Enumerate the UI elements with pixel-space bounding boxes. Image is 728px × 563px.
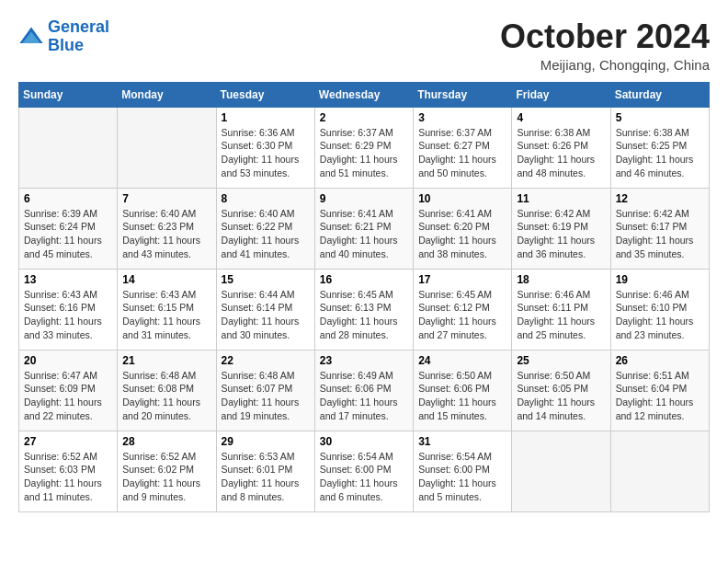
day-number: 15 xyxy=(222,273,310,286)
day-number: 2 xyxy=(320,111,408,124)
day-cell: 18Sunrise: 6:46 AMSunset: 6:11 PMDayligh… xyxy=(512,269,610,350)
day-number: 14 xyxy=(122,273,210,286)
day-info: Sunrise: 6:50 AMSunset: 6:05 PMDaylight:… xyxy=(517,369,605,423)
day-info: Sunrise: 6:52 AMSunset: 6:02 PMDaylight:… xyxy=(122,450,210,504)
day-number: 3 xyxy=(418,111,506,124)
day-cell: 17Sunrise: 6:45 AMSunset: 6:12 PMDayligh… xyxy=(414,269,512,350)
logo-text: General Blue xyxy=(48,18,109,55)
day-cell: 29Sunrise: 6:53 AMSunset: 6:01 PMDayligh… xyxy=(216,431,314,511)
day-number: 18 xyxy=(517,273,605,286)
day-cell: 4Sunrise: 6:38 AMSunset: 6:26 PMDaylight… xyxy=(512,107,610,188)
day-info: Sunrise: 6:37 AMSunset: 6:27 PMDaylight:… xyxy=(418,126,506,180)
week-row-4: 20Sunrise: 6:47 AMSunset: 6:09 PMDayligh… xyxy=(19,350,710,431)
header-cell-friday: Friday xyxy=(512,82,610,107)
day-number: 4 xyxy=(517,111,605,124)
day-number: 11 xyxy=(517,192,605,205)
day-number: 29 xyxy=(222,435,310,448)
day-cell: 28Sunrise: 6:52 AMSunset: 6:02 PMDayligh… xyxy=(118,431,216,511)
day-number: 23 xyxy=(320,354,408,367)
day-number: 27 xyxy=(24,435,112,448)
day-info: Sunrise: 6:54 AMSunset: 6:00 PMDaylight:… xyxy=(418,450,506,504)
week-row-1: 1Sunrise: 6:36 AMSunset: 6:30 PMDaylight… xyxy=(19,107,710,188)
day-number: 20 xyxy=(24,354,112,367)
day-cell: 10Sunrise: 6:41 AMSunset: 6:20 PMDayligh… xyxy=(414,188,512,269)
day-cell: 8Sunrise: 6:40 AMSunset: 6:22 PMDaylight… xyxy=(216,188,314,269)
header-cell-thursday: Thursday xyxy=(414,82,512,107)
day-number: 10 xyxy=(418,192,506,205)
day-cell: 30Sunrise: 6:54 AMSunset: 6:00 PMDayligh… xyxy=(314,431,413,511)
day-cell xyxy=(512,431,610,511)
day-cell: 5Sunrise: 6:38 AMSunset: 6:25 PMDaylight… xyxy=(610,107,709,188)
day-cell: 27Sunrise: 6:52 AMSunset: 6:03 PMDayligh… xyxy=(19,431,118,511)
day-cell: 12Sunrise: 6:42 AMSunset: 6:17 PMDayligh… xyxy=(610,188,709,269)
day-cell: 1Sunrise: 6:36 AMSunset: 6:30 PMDaylight… xyxy=(216,107,314,188)
day-cell: 26Sunrise: 6:51 AMSunset: 6:04 PMDayligh… xyxy=(610,350,709,431)
day-info: Sunrise: 6:51 AMSunset: 6:04 PMDaylight:… xyxy=(616,369,704,423)
day-info: Sunrise: 6:47 AMSunset: 6:09 PMDaylight:… xyxy=(24,369,112,423)
day-cell xyxy=(118,107,216,188)
day-info: Sunrise: 6:39 AMSunset: 6:24 PMDaylight:… xyxy=(24,207,112,261)
day-info: Sunrise: 6:38 AMSunset: 6:26 PMDaylight:… xyxy=(517,126,605,180)
day-cell: 3Sunrise: 6:37 AMSunset: 6:27 PMDaylight… xyxy=(414,107,512,188)
header-cell-wednesday: Wednesday xyxy=(314,82,413,107)
header-cell-monday: Monday xyxy=(118,82,216,107)
header-cell-sunday: Sunday xyxy=(19,82,118,107)
day-number: 17 xyxy=(418,273,506,286)
day-info: Sunrise: 6:45 AMSunset: 6:13 PMDaylight:… xyxy=(320,288,408,342)
day-info: Sunrise: 6:52 AMSunset: 6:03 PMDaylight:… xyxy=(24,450,112,504)
location: Meijiang, Chongqing, China xyxy=(500,57,710,73)
day-info: Sunrise: 6:49 AMSunset: 6:06 PMDaylight:… xyxy=(320,369,408,423)
logo: General Blue xyxy=(18,18,109,55)
day-number: 13 xyxy=(24,273,112,286)
day-info: Sunrise: 6:50 AMSunset: 6:06 PMDaylight:… xyxy=(418,369,506,423)
day-number: 28 xyxy=(122,435,210,448)
day-info: Sunrise: 6:48 AMSunset: 6:08 PMDaylight:… xyxy=(122,369,210,423)
day-info: Sunrise: 6:46 AMSunset: 6:10 PMDaylight:… xyxy=(616,288,704,342)
day-number: 5 xyxy=(616,111,704,124)
day-cell: 7Sunrise: 6:40 AMSunset: 6:23 PMDaylight… xyxy=(118,188,216,269)
day-info: Sunrise: 6:46 AMSunset: 6:11 PMDaylight:… xyxy=(517,288,605,342)
day-cell: 9Sunrise: 6:41 AMSunset: 6:21 PMDaylight… xyxy=(314,188,413,269)
page-header: General Blue October 2024 Meijiang, Chon… xyxy=(18,18,710,73)
day-cell xyxy=(19,107,118,188)
day-cell: 14Sunrise: 6:43 AMSunset: 6:15 PMDayligh… xyxy=(118,269,216,350)
day-info: Sunrise: 6:38 AMSunset: 6:25 PMDaylight:… xyxy=(616,126,704,180)
day-info: Sunrise: 6:40 AMSunset: 6:23 PMDaylight:… xyxy=(122,207,210,261)
day-cell xyxy=(610,431,709,511)
day-cell: 19Sunrise: 6:46 AMSunset: 6:10 PMDayligh… xyxy=(610,269,709,350)
week-row-3: 13Sunrise: 6:43 AMSunset: 6:16 PMDayligh… xyxy=(19,269,710,350)
day-number: 16 xyxy=(320,273,408,286)
day-cell: 21Sunrise: 6:48 AMSunset: 6:08 PMDayligh… xyxy=(118,350,216,431)
day-number: 26 xyxy=(616,354,704,367)
day-number: 21 xyxy=(122,354,210,367)
header-cell-tuesday: Tuesday xyxy=(216,82,314,107)
day-number: 22 xyxy=(222,354,310,367)
day-cell: 23Sunrise: 6:49 AMSunset: 6:06 PMDayligh… xyxy=(314,350,413,431)
logo-icon xyxy=(18,24,44,50)
day-cell: 2Sunrise: 6:37 AMSunset: 6:29 PMDaylight… xyxy=(314,107,413,188)
month-title: October 2024 xyxy=(500,18,710,55)
week-row-2: 6Sunrise: 6:39 AMSunset: 6:24 PMDaylight… xyxy=(19,188,710,269)
day-number: 6 xyxy=(24,192,112,205)
calendar-table: SundayMondayTuesdayWednesdayThursdayFrid… xyxy=(18,82,710,512)
day-info: Sunrise: 6:43 AMSunset: 6:16 PMDaylight:… xyxy=(24,288,112,342)
day-number: 9 xyxy=(320,192,408,205)
day-cell: 22Sunrise: 6:48 AMSunset: 6:07 PMDayligh… xyxy=(216,350,314,431)
day-cell: 20Sunrise: 6:47 AMSunset: 6:09 PMDayligh… xyxy=(19,350,118,431)
day-info: Sunrise: 6:40 AMSunset: 6:22 PMDaylight:… xyxy=(222,207,310,261)
day-cell: 6Sunrise: 6:39 AMSunset: 6:24 PMDaylight… xyxy=(19,188,118,269)
day-info: Sunrise: 6:41 AMSunset: 6:20 PMDaylight:… xyxy=(418,207,506,261)
day-info: Sunrise: 6:53 AMSunset: 6:01 PMDaylight:… xyxy=(222,450,310,504)
day-cell: 11Sunrise: 6:42 AMSunset: 6:19 PMDayligh… xyxy=(512,188,610,269)
day-info: Sunrise: 6:48 AMSunset: 6:07 PMDaylight:… xyxy=(222,369,310,423)
day-cell: 31Sunrise: 6:54 AMSunset: 6:00 PMDayligh… xyxy=(414,431,512,511)
day-number: 30 xyxy=(320,435,408,448)
day-cell: 15Sunrise: 6:44 AMSunset: 6:14 PMDayligh… xyxy=(216,269,314,350)
header-cell-saturday: Saturday xyxy=(610,82,709,107)
day-info: Sunrise: 6:37 AMSunset: 6:29 PMDaylight:… xyxy=(320,126,408,180)
title-block: October 2024 Meijiang, Chongqing, China xyxy=(500,18,710,73)
day-info: Sunrise: 6:42 AMSunset: 6:19 PMDaylight:… xyxy=(517,207,605,261)
day-number: 1 xyxy=(222,111,310,124)
day-info: Sunrise: 6:54 AMSunset: 6:00 PMDaylight:… xyxy=(320,450,408,504)
day-number: 12 xyxy=(616,192,704,205)
